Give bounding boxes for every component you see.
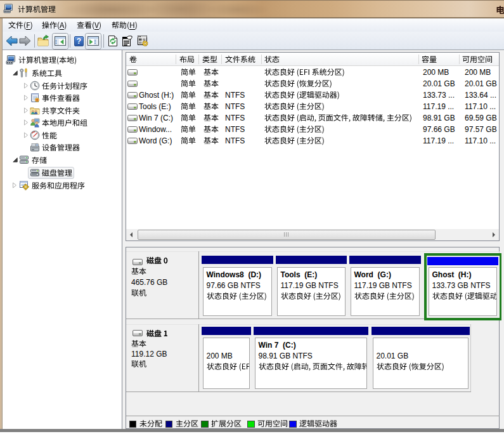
svg-text:?: ? (77, 37, 81, 46)
